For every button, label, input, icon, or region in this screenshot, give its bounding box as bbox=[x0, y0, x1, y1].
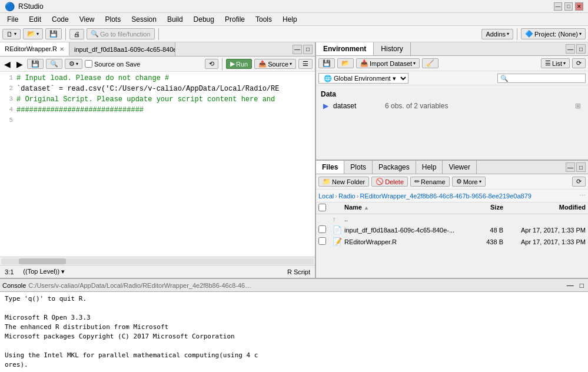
save-env-button[interactable]: 💾 bbox=[318, 58, 335, 68]
load-env-button[interactable]: 📂 bbox=[337, 58, 354, 68]
right-panel: Environment History — □ 💾 📂 📥 Import Dat… bbox=[316, 42, 588, 278]
files-row-input-df[interactable]: 📄 input_df_f0d18aa1-609c-4c65-840e-... 4… bbox=[316, 224, 588, 236]
code-tools-button[interactable]: ⚙ ▾ bbox=[65, 59, 82, 69]
console-content[interactable]: Type 'q()' to quit R. Microsoft R Open 3… bbox=[0, 292, 588, 372]
files-maximize-button[interactable]: □ bbox=[576, 162, 586, 172]
menu-plots[interactable]: Plots bbox=[101, 14, 126, 25]
close-button[interactable]: ✕ bbox=[575, 2, 583, 11]
editor-tab-input-df[interactable]: input_df_f0d18aa1-609c-4c65-840e-7... ✕ bbox=[69, 42, 175, 56]
env-minimize-button[interactable]: — bbox=[566, 44, 575, 54]
menu-edit[interactable]: Edit bbox=[24, 14, 46, 25]
source-on-save-checkbox[interactable] bbox=[85, 60, 92, 68]
code-editor[interactable]: 1 # Input load. Please do not change # 2… bbox=[0, 72, 315, 257]
global-env-bar: 🌐 Global Environment ▾ bbox=[316, 71, 588, 85]
toolbar-separator bbox=[65, 28, 66, 40]
scrollbar-thumb[interactable] bbox=[19, 258, 66, 264]
console-minimize-button[interactable]: — bbox=[565, 281, 576, 290]
editor-toolbar: ◀ ▶ 💾 🔍 ⚙ ▾ Source on Save ⟲ ▶ Run 📤 Sou… bbox=[0, 57, 315, 72]
files-row-parent[interactable]: ↑ .. bbox=[316, 214, 588, 224]
run-button[interactable]: ▶ Run bbox=[226, 59, 252, 69]
file-checkbox-2[interactable] bbox=[318, 237, 326, 245]
files-minimize-button[interactable]: — bbox=[566, 162, 575, 172]
menu-code[interactable]: Code bbox=[47, 14, 74, 25]
close-tab-icon[interactable]: ✕ bbox=[59, 46, 64, 52]
source-on-save-label[interactable]: Source on Save bbox=[85, 60, 140, 68]
refresh-files-button[interactable]: ⟳ bbox=[572, 177, 586, 187]
menu-help[interactable]: Help bbox=[278, 14, 302, 25]
console-maximize-button[interactable]: □ bbox=[578, 281, 586, 290]
save-button[interactable]: 💾 bbox=[27, 59, 44, 69]
editor-horizontal-scrollbar[interactable] bbox=[0, 257, 315, 265]
tab-history[interactable]: History bbox=[374, 42, 410, 55]
tab-label: REditorWrapper.R bbox=[5, 45, 57, 52]
breadcrumb-radio[interactable]: Radio bbox=[338, 192, 356, 200]
back-button[interactable]: ◀ bbox=[2, 59, 12, 69]
new-folder-button[interactable]: 📁 New Folder bbox=[318, 177, 369, 187]
open-file-button[interactable]: 📂 ▾ bbox=[23, 28, 43, 39]
files-table: Name ▲ Size Modified ↑ .. bbox=[316, 202, 588, 278]
file-checkbox-1[interactable] bbox=[318, 225, 326, 233]
tab-plots[interactable]: Plots bbox=[344, 161, 373, 174]
import-dataset-button[interactable]: 📥 Import Dataset ▾ bbox=[356, 58, 420, 68]
reformat-button[interactable]: ⟲ bbox=[205, 59, 218, 69]
window-controls[interactable]: — □ ✕ bbox=[554, 2, 583, 11]
tab-environment[interactable]: Environment bbox=[316, 42, 374, 55]
rename-file-button[interactable]: ✏ Rename bbox=[410, 177, 450, 187]
new-file-button[interactable]: 🗋 ▾ bbox=[2, 29, 21, 39]
app-title: RStudio bbox=[18, 2, 44, 11]
dataset-name[interactable]: dataset bbox=[333, 102, 380, 110]
tab-help[interactable]: Help bbox=[416, 161, 443, 174]
code-line-2: 2 `dataset` = read.csv('C:/Users/v-calia… bbox=[2, 85, 313, 95]
tab-label: input_df_f0d18aa1-609c-4c65-840e-7... bbox=[74, 46, 175, 53]
env-maximize-button[interactable]: □ bbox=[576, 44, 586, 54]
col-name[interactable]: Name ▲ bbox=[344, 204, 468, 212]
col-modified[interactable]: Modified bbox=[503, 204, 586, 212]
find-button[interactable]: 🔍 bbox=[46, 59, 62, 69]
editor-minimize-button[interactable]: — bbox=[293, 45, 302, 54]
editor-tab-reditorwrapper[interactable]: REditorWrapper.R ✕ bbox=[0, 42, 69, 56]
options-button[interactable]: ☰ bbox=[298, 59, 313, 69]
maximize-button[interactable]: □ bbox=[564, 2, 573, 11]
list-view-button[interactable]: ☰ List ▾ bbox=[541, 58, 570, 68]
toolbar-separator3 bbox=[517, 28, 517, 40]
tab-packages[interactable]: Packages bbox=[373, 161, 416, 174]
forward-button[interactable]: ▶ bbox=[15, 59, 25, 69]
addins-button[interactable]: Addins ▾ bbox=[481, 29, 513, 39]
project-button[interactable]: 🔷 Project: (None) ▾ bbox=[521, 28, 586, 39]
editor-toolbar-sep bbox=[222, 58, 222, 70]
dataset-grid-icon[interactable]: ⊞ bbox=[575, 102, 581, 110]
menu-tools[interactable]: Tools bbox=[251, 14, 277, 25]
breadcrumb-local[interactable]: Local bbox=[318, 192, 334, 200]
editor-maximize-button[interactable]: □ bbox=[303, 45, 313, 54]
menu-profile[interactable]: Profile bbox=[220, 14, 250, 25]
go-to-file-button[interactable]: 🔍 Go to file/function bbox=[87, 28, 155, 39]
menu-debug[interactable]: Debug bbox=[189, 14, 219, 25]
menu-session[interactable]: Session bbox=[127, 14, 161, 25]
files-row-reditorwrapper[interactable]: 📝 REditorWrapper.R 438 B Apr 17, 2017, 1… bbox=[316, 236, 588, 248]
env-search-input[interactable] bbox=[497, 74, 586, 83]
delete-file-button[interactable]: 🚫 Delete bbox=[371, 177, 408, 187]
file-type: R Script bbox=[287, 268, 310, 275]
more-button[interactable]: ⚙ More ▾ bbox=[452, 177, 486, 187]
tab-viewer[interactable]: Viewer bbox=[443, 161, 476, 174]
breadcrumb-more-icon[interactable]: ⋯ bbox=[579, 192, 586, 200]
refresh-env-button[interactable]: ⟳ bbox=[572, 58, 586, 68]
col-size[interactable]: Size bbox=[468, 204, 503, 212]
tab-files[interactable]: Files bbox=[316, 161, 344, 174]
dataset-value: 6 obs. of 2 variables bbox=[385, 102, 570, 110]
menu-file[interactable]: File bbox=[2, 14, 23, 25]
files-table-header: Name ▲ Size Modified bbox=[316, 202, 588, 214]
minimize-button[interactable]: — bbox=[554, 2, 562, 11]
breadcrumb-folder[interactable]: REditorWrapper_4e2f8b86-46c8-467b-9656-8… bbox=[360, 192, 531, 200]
menu-build[interactable]: Build bbox=[162, 14, 188, 25]
source-button[interactable]: 📤 Source ▾ bbox=[254, 59, 296, 69]
select-all-checkbox[interactable] bbox=[318, 204, 326, 211]
dataset-expand-icon[interactable]: ▶ bbox=[323, 102, 328, 110]
clear-env-button[interactable]: 🧹 bbox=[422, 58, 438, 68]
files-panel: Files Plots Packages Help Viewer — □ 📁 N… bbox=[316, 161, 588, 278]
print-button[interactable]: 🖨 bbox=[69, 29, 84, 39]
save-file-button[interactable]: 💾 bbox=[45, 28, 62, 39]
menu-view[interactable]: View bbox=[75, 14, 99, 25]
toolbar-separator2 bbox=[158, 28, 159, 40]
global-env-select[interactable]: 🌐 Global Environment ▾ bbox=[318, 73, 408, 84]
